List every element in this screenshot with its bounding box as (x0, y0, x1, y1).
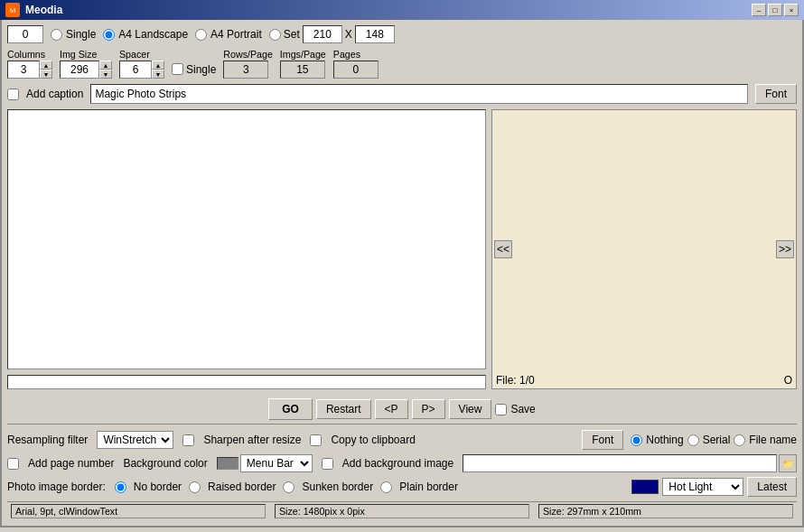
bgcolor-dropdown[interactable]: Menu Bar (240, 454, 313, 472)
a4portrait-label[interactable]: A4 Portrait (210, 28, 262, 41)
spacer-up-btn[interactable]: ▲ (152, 61, 164, 70)
latest-button[interactable]: Latest (747, 477, 797, 497)
progress-bar (7, 375, 486, 389)
imgsize-group: Img Size ▲ ▼ (60, 49, 112, 79)
color-swatch (217, 457, 238, 470)
filename-radio[interactable] (734, 434, 745, 446)
rowspage-input (223, 61, 268, 79)
set-group: Set X (269, 25, 395, 43)
sharpen-label[interactable]: Sharpen after resize (203, 434, 301, 446)
set-x-label: X (345, 28, 352, 41)
pages-label: Pages (333, 49, 360, 60)
set-radio[interactable] (269, 29, 281, 41)
columns-up-btn[interactable]: ▲ (40, 61, 52, 70)
columns-input[interactable] (7, 61, 40, 79)
num-input[interactable] (7, 25, 43, 43)
window-body: Single A4 Landscape A4 Portrait Set X Co… (0, 20, 804, 527)
clipboard-checkbox[interactable] (310, 434, 322, 446)
nav-prev-button[interactable]: << (494, 240, 512, 258)
rowspage-label: Rows/Page (223, 49, 273, 60)
bgimage-path-input[interactable] (463, 454, 777, 472)
close-button[interactable]: × (784, 4, 799, 16)
nav-next-button[interactable]: >> (776, 240, 794, 258)
set-height-input[interactable] (355, 25, 395, 43)
font-button[interactable]: Font (582, 430, 623, 450)
bgimage-checkbox[interactable] (322, 458, 333, 470)
border-radio-group: No border Raised border Sunken border Pl… (115, 481, 458, 493)
spacer-down-btn[interactable]: ▼ (152, 70, 164, 79)
pagenum-checkbox[interactable] (7, 458, 19, 470)
imgsize-label: Img Size (60, 49, 97, 60)
caption-font-button[interactable]: Font (755, 84, 797, 104)
file-info-circle: O (784, 374, 792, 387)
restart-button[interactable]: Restart (316, 399, 371, 419)
controls-row2: Columns ▲ ▼ Img Size ▲ ▼ Spacer (7, 49, 797, 79)
single-checkbox-label[interactable]: Single (186, 63, 216, 76)
pagenum-label[interactable]: Add page number (28, 457, 114, 470)
clipboard-label[interactable]: Copy to clipboard (331, 434, 415, 446)
sharpen-checkbox[interactable] (182, 434, 194, 446)
image-list[interactable] (7, 109, 486, 369)
bgimage-label[interactable]: Add background image (342, 457, 453, 470)
resamp-dropdown[interactable]: WinStretch (97, 431, 173, 449)
pages-group: Pages (333, 49, 379, 79)
single-label[interactable]: Single (66, 28, 96, 41)
next-page-button[interactable]: P> (412, 399, 445, 419)
single-checkbox[interactable] (172, 63, 183, 75)
save-checkbox[interactable] (495, 404, 507, 415)
raised-border-radio[interactable] (189, 481, 201, 493)
bgcolor-label: Background color (123, 457, 207, 470)
rowspage-group: Rows/Page (223, 49, 273, 79)
status-sizemm: Size: 297mm x 210mm (538, 504, 793, 518)
a4landscape-radio[interactable] (103, 29, 115, 41)
filename-label[interactable]: File name (749, 434, 797, 446)
serial-radio[interactable] (687, 434, 699, 446)
status-font: Arial, 9pt, clWindowText (11, 504, 266, 518)
prev-page-button[interactable]: <P (375, 399, 408, 419)
minimize-button[interactable]: – (752, 4, 766, 16)
go-bar: GO Restart <P P> View Save (7, 395, 797, 424)
a4land-radio-group: A4 Landscape (103, 28, 188, 41)
plain-border-radio[interactable] (380, 481, 392, 493)
plain-border-label[interactable]: Plain border (399, 481, 458, 493)
imgsize-input[interactable] (60, 61, 99, 79)
spacer-label: Spacer (119, 49, 150, 60)
no-border-label[interactable]: No border (134, 481, 182, 493)
caption-input[interactable] (90, 84, 748, 104)
raised-border-label[interactable]: Raised border (208, 481, 276, 493)
single-radio-group: Single (51, 28, 96, 41)
set-width-input[interactable] (303, 25, 342, 43)
add-caption-checkbox[interactable] (7, 89, 19, 100)
imgsize-down-btn[interactable]: ▼ (99, 70, 112, 79)
hotlight-dropdown[interactable]: Hot Light (662, 478, 743, 496)
spacer-input[interactable] (119, 61, 152, 79)
set-label[interactable]: Set (284, 28, 300, 41)
columns-down-btn[interactable]: ▼ (40, 70, 52, 79)
serial-label[interactable]: Serial (703, 434, 731, 446)
bottom-controls: Resampling filter WinStretch Sharpen aft… (7, 424, 797, 497)
top-controls-row: Single A4 Landscape A4 Portrait Set X (7, 25, 797, 43)
left-panel (7, 109, 486, 389)
add-caption-label[interactable]: Add caption (26, 88, 83, 100)
a4landscape-label[interactable]: A4 Landscape (118, 28, 188, 41)
sunken-border-label[interactable]: Sunken border (302, 481, 373, 493)
maximize-button[interactable]: □ (768, 4, 782, 16)
imgsize-up-btn[interactable]: ▲ (99, 61, 112, 70)
window-controls: – □ × (752, 4, 799, 16)
sunken-border-radio[interactable] (283, 481, 294, 493)
single-radio[interactable] (51, 29, 62, 41)
nothing-label[interactable]: Nothing (646, 434, 683, 446)
hotlight-swatch (631, 480, 659, 494)
view-button[interactable]: View (449, 399, 492, 419)
a4port-radio-group: A4 Portrait (195, 28, 262, 41)
save-label[interactable]: Save (510, 403, 535, 415)
caption-row: Add caption Font (7, 84, 797, 104)
no-border-radio[interactable] (115, 481, 126, 493)
nothing-radio[interactable] (631, 434, 642, 446)
pages-input (333, 61, 379, 79)
a4portrait-radio[interactable] (195, 29, 207, 41)
window-title: Meodia (25, 4, 62, 16)
columns-label: Columns (7, 49, 45, 60)
browse-button[interactable]: 📁 (779, 454, 797, 472)
go-button[interactable]: GO (268, 398, 313, 420)
